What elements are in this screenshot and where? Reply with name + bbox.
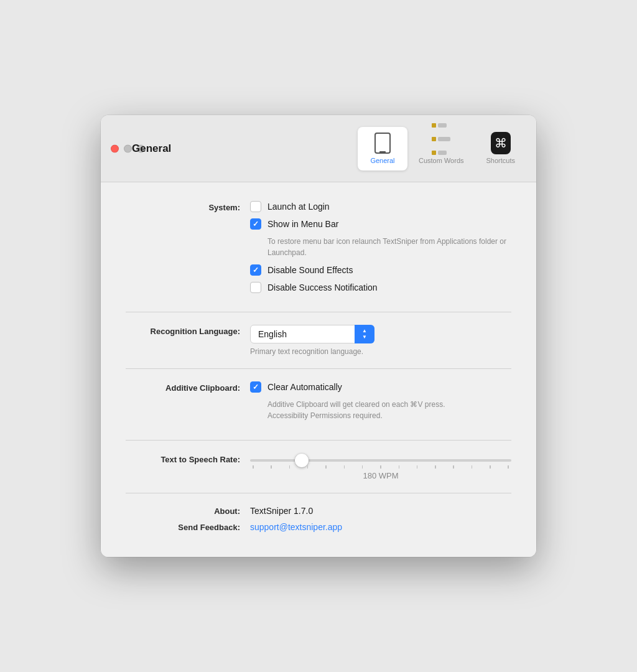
feedback-row: Send Feedback: support@textsniper.app	[126, 522, 511, 532]
tick	[253, 465, 254, 469]
show-menu-bar-row: Show in Menu Bar	[250, 218, 511, 230]
additive-label: Additive Clipboard:	[126, 381, 250, 393]
feedback-label: Send Feedback:	[126, 523, 250, 532]
about-section: About: TextSniper 1.7.0 Send Feedback: s…	[126, 506, 511, 532]
disable-sound-row: Disable Sound Effects	[250, 264, 511, 276]
tick	[435, 465, 436, 469]
recognition-section: Recognition Language: English French Ger…	[126, 325, 511, 356]
system-section: System: Launch at Login Show in Menu Bar…	[126, 201, 511, 299]
tab-custom-words[interactable]: Custom Words	[407, 127, 475, 170]
feedback-link[interactable]: support@textsniper.app	[250, 522, 342, 532]
speech-rate-display: 180 WPM	[250, 471, 511, 480]
menu-bar-hint: To restore menu bar icon relaunch TextSn…	[267, 236, 511, 258]
clear-auto-label: Clear Automatically	[267, 382, 342, 392]
disable-notification-label: Disable Success Notification	[267, 282, 378, 292]
system-row: System: Launch at Login Show in Menu Bar…	[126, 201, 511, 299]
speech-rate-slider-wrapper	[250, 453, 511, 469]
recognition-content: English French German Spanish Italian Ch…	[250, 325, 511, 356]
launch-login-label: Launch at Login	[267, 202, 330, 212]
tick	[453, 465, 454, 469]
general-tab-icon	[373, 133, 393, 153]
speech-label: Text to Speech Rate:	[126, 453, 250, 464]
tick	[380, 465, 381, 469]
minimize-button[interactable]	[124, 144, 132, 152]
tick	[307, 465, 309, 469]
disable-notification-checkbox[interactable]	[250, 282, 261, 293]
language-select-wrapper: English French German Spanish Italian Ch…	[250, 325, 374, 343]
launch-login-checkbox[interactable]	[250, 201, 261, 212]
tick	[271, 465, 272, 469]
recognition-label: Recognition Language:	[126, 325, 250, 336]
system-label: System:	[126, 201, 250, 212]
tick	[472, 465, 473, 469]
general-tab-label: General	[370, 157, 394, 164]
show-menu-bar-label: Show in Menu Bar	[267, 219, 338, 229]
shortcuts-tab-label: Shortcuts	[486, 157, 515, 164]
settings-content: System: Launch at Login Show in Menu Bar…	[101, 182, 536, 557]
cmd-icon: ⌘	[491, 132, 511, 154]
additive-content: Clear Automatically Additive Clipboard w…	[250, 381, 511, 427]
slider-ticks	[250, 465, 511, 469]
divider-3	[126, 440, 511, 441]
additive-row: Additive Clipboard: Clear Automatically …	[126, 381, 511, 427]
language-hint: Primary text recognition language.	[250, 347, 511, 356]
about-label: About:	[126, 506, 250, 516]
additive-hint: Additive Clipboard will get cleared on e…	[267, 399, 511, 421]
disable-sound-label: Disable Sound Effects	[267, 265, 353, 275]
system-content: Launch at Login Show in Menu Bar To rest…	[250, 201, 511, 299]
custom-words-tab-label: Custom Words	[419, 157, 464, 164]
clear-auto-checkbox[interactable]	[250, 381, 261, 393]
about-value: TextSniper 1.7.0	[250, 506, 313, 516]
tick	[362, 465, 363, 469]
tick	[399, 465, 400, 469]
tick	[417, 465, 418, 469]
tab-shortcuts[interactable]: ⌘ Shortcuts	[475, 127, 526, 170]
divider-2	[126, 368, 511, 369]
recognition-row: Recognition Language: English French Ger…	[126, 325, 511, 356]
divider-1	[126, 312, 511, 312]
custom-words-tab-icon	[431, 133, 451, 153]
window-title: General	[132, 142, 171, 155]
speech-rate-slider[interactable]	[250, 459, 511, 462]
tick	[289, 465, 291, 469]
disable-notification-row: Disable Success Notification	[250, 282, 511, 293]
tick	[490, 465, 491, 469]
tick	[344, 465, 345, 469]
additive-section: Additive Clipboard: Clear Automatically …	[126, 381, 511, 427]
tab-bar: General	[358, 127, 526, 170]
language-select[interactable]: English French German Spanish Italian Ch…	[250, 325, 374, 343]
close-button[interactable]	[111, 144, 119, 152]
speech-row: Text to Speech Rate:	[126, 453, 511, 480]
launch-login-row: Launch at Login	[250, 201, 511, 212]
shortcuts-tab-icon: ⌘	[491, 133, 511, 153]
disable-sound-checkbox[interactable]	[250, 264, 261, 276]
tick	[508, 465, 509, 469]
titlebar: General General	[101, 115, 536, 182]
clear-auto-row: Clear Automatically	[250, 381, 511, 393]
speech-content: 180 WPM	[250, 453, 511, 480]
divider-4	[126, 493, 511, 493]
app-window: General General	[101, 115, 536, 557]
show-menu-bar-checkbox[interactable]	[250, 218, 261, 230]
tab-general[interactable]: General	[358, 127, 407, 170]
tick	[325, 465, 327, 469]
about-row: About: TextSniper 1.7.0	[126, 506, 511, 516]
speech-section: Text to Speech Rate:	[126, 453, 511, 480]
